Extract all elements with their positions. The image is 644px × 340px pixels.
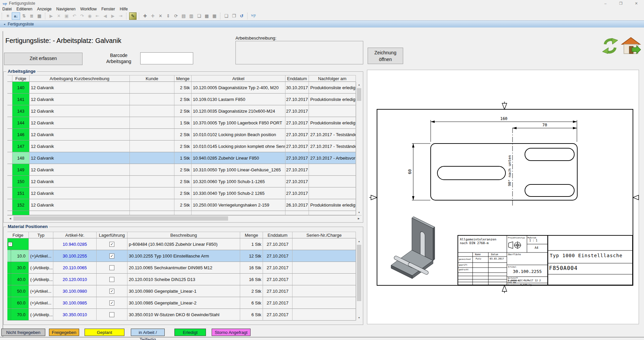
table-row[interactable]: 146 12 Galvanik 2 Stk 10.010.0102 Lockin…	[7, 129, 356, 140]
lagerfuehrung-checkbox[interactable]	[109, 277, 114, 282]
table-row[interactable]: − 10.940.0285 ✓ p-608484 (10.940.0285 Zu…	[7, 238, 356, 250]
last-record-icon[interactable]: ⇥	[117, 13, 124, 19]
legend-item[interactable]: Freigegeben	[49, 329, 79, 336]
prev-record-icon[interactable]: ◀	[101, 13, 109, 19]
table-row[interactable]: 30.0 (-)Artikelp... 20.110.0065 20.110.0…	[7, 262, 356, 274]
export-icon[interactable]: ▩	[203, 13, 211, 19]
undo-blue-icon[interactable]: ↺	[238, 13, 246, 19]
legend-item[interactable]: in Arbeit / Teilfertig	[131, 329, 165, 336]
scrollbar-thumb[interactable]	[357, 245, 361, 301]
lagerfuehrung-checkbox[interactable]: ✓	[109, 242, 114, 247]
scroll-right-arrow[interactable]: ▶	[356, 216, 362, 221]
sort-items-icon[interactable]: ⇅	[20, 13, 28, 19]
close-button[interactable]: ✕	[629, 0, 644, 7]
tree-collapse-icon[interactable]: −	[8, 242, 12, 246]
zeichnung-oeffnen-button[interactable]: Zeichnung öffnen	[368, 48, 403, 64]
column-header-serien-nr[interactable]: Serien-Nr./Charge	[292, 232, 356, 238]
column-header-typ[interactable]: Typ	[29, 232, 53, 238]
table-view-icon[interactable]: ▦	[36, 13, 43, 19]
table-row[interactable]: 144 12 Galvanik 1 Stk 10.370.0005 Typ 10…	[7, 117, 356, 129]
menu-item[interactable]: Workflow	[78, 7, 99, 11]
legend-item[interactable]: Storno Angefragt	[212, 329, 251, 336]
zeit-erfassen-button[interactable]: Zeit erfassen	[4, 53, 83, 65]
table-row[interactable]: 149 12 Galvanik 2 Stk 10.310.0050 Typ 10…	[7, 164, 356, 176]
table-row[interactable]: 141 12 Galvanik 2 Stk 10.109.0130 Lastar…	[7, 94, 356, 105]
window-new-icon[interactable]: ❐	[230, 13, 238, 19]
table-row[interactable]: 40.0 (-)Artikelp... 20.120.0010 20.120.0…	[7, 274, 356, 285]
lagerfuehrung-checkbox[interactable]	[109, 312, 114, 317]
tab-fertigungsliste[interactable]: Fertigungsliste	[8, 22, 34, 26]
column-header-lagerfuehrung[interactable]: Lagerführung	[97, 232, 127, 238]
move-record-icon[interactable]: ⇕	[164, 13, 172, 19]
minimize-button[interactable]: –	[598, 0, 613, 7]
home-exit-icon[interactable]	[621, 36, 641, 56]
group-list-icon[interactable]: ≣	[28, 13, 36, 19]
run-icon[interactable]: ▶	[47, 13, 55, 19]
column-header-kunde[interactable]: Kunde	[130, 75, 174, 82]
column-header-menge[interactable]: Menge	[240, 232, 263, 238]
tab-back-button[interactable]: ◂	[2, 22, 6, 26]
delete-record-icon[interactable]: ✕	[157, 13, 164, 19]
column-header-kurzbeschreibung[interactable]: Arbeitsgang Kurzbeschreibung	[30, 75, 130, 82]
cancel-run-icon[interactable]: ✕	[55, 13, 63, 19]
table-row[interactable]: 10.0 (+)Artikel... 30.100.2255 ✓ 30.100.…	[7, 250, 356, 262]
first-record-icon[interactable]: ⇤	[94, 13, 101, 19]
table-row[interactable]: 148 12 Galvanik 1 Stk 10.940.0285 Zubehö…	[7, 152, 356, 164]
column-header-folge[interactable]: Folge	[7, 232, 29, 238]
edit-clipboard-icon[interactable]: ✎	[129, 12, 137, 20]
print-icon[interactable]: ▥	[187, 13, 195, 19]
column-header-menge[interactable]: Menge	[174, 75, 192, 82]
scrollbar-thumb[interactable]	[13, 216, 228, 221]
table-row[interactable]: 152 12 Galvanik 2 Stk 10.250.0030 Verrie…	[7, 199, 356, 211]
menu-item[interactable]: Anzeige	[35, 7, 54, 11]
column-header-enddatum[interactable]: Enddatum	[285, 75, 309, 82]
table-row[interactable]: 60.0 (+)Artikel... 30.100.0985 ✓ 30.100.…	[7, 297, 356, 309]
menu-item[interactable]: Hilfe	[117, 7, 130, 11]
table-row[interactable]: 150 12 Galvanik 2 Stk 10.320.0060 Typ 10…	[7, 176, 356, 187]
lagerfuehrung-checkbox[interactable]: ✓	[109, 289, 114, 294]
process-icon[interactable]: ✳	[4, 13, 12, 19]
scrollbar-thumb[interactable]	[357, 88, 361, 101]
grid-icon[interactable]: ▦	[211, 13, 218, 19]
menu-item[interactable]: Datei	[0, 7, 14, 11]
lagerfuehrung-checkbox[interactable]	[109, 265, 114, 270]
lagerfuehrung-checkbox[interactable]: ✓	[109, 300, 114, 305]
scroll-down-arrow[interactable]: ▼	[356, 315, 362, 321]
refresh-icon[interactable]	[600, 36, 620, 56]
scroll-down-arrow[interactable]: ▼	[356, 210, 362, 215]
maximize-button[interactable]: ❐	[613, 0, 629, 7]
next-record-icon[interactable]: ▶	[109, 13, 117, 19]
save-icon[interactable]: ▣	[63, 13, 70, 19]
legend-item[interactable]: Geplant	[85, 329, 124, 336]
menu-item[interactable]: Fenster	[99, 7, 117, 11]
table-row[interactable]: 147 12 Galvanik 2 Stk 10.010.0145 Lockin…	[7, 140, 356, 152]
scroll-up-arrow[interactable]: ▲	[356, 82, 362, 88]
print-preview-icon[interactable]: ❏	[195, 13, 203, 19]
menu-item[interactable]: Editieren	[14, 7, 35, 11]
table-row[interactable]: 70.0 (-)Artikelp... 30.350.0010 30.350.0…	[7, 309, 356, 321]
column-header-folge[interactable]: Folge	[12, 75, 30, 82]
table-row[interactable]: 143 12 Galvanik 2 Stk 10.120.0035 Diagon…	[7, 105, 356, 117]
add-record-icon[interactable]: ✚	[141, 13, 149, 19]
properties-icon[interactable]: ▤	[180, 13, 187, 19]
column-header-artikel[interactable]: Artikel	[192, 75, 285, 82]
refresh-icon[interactable]: ⟳	[172, 13, 180, 19]
arbeitsbeschreibung-textarea[interactable]	[235, 41, 363, 64]
legend-item[interactable]: Nicht freigegeben	[1, 329, 45, 336]
table-row[interactable]: 140 12 Galvanik 2 Stk 10.120.0005 Diagon…	[7, 82, 356, 94]
menu-item[interactable]: Navigieren	[54, 7, 78, 11]
column-header-beschreibung[interactable]: Beschreibung	[127, 232, 240, 238]
table-row[interactable]: 50.0 (+)Artikel... 30.100.0980 ✓ 30.100.…	[7, 285, 356, 297]
arbeitsgaenge-horizontal-scrollbar[interactable]: ◀ ▶	[7, 215, 362, 221]
sort-az-icon[interactable]: a↓	[12, 12, 20, 20]
undo-icon[interactable]: ↶	[70, 13, 78, 19]
redo-icon[interactable]: ↷	[78, 13, 86, 19]
lagerfuehrung-checkbox[interactable]: ✓	[109, 253, 114, 259]
add-detail-icon[interactable]: ✛	[149, 13, 157, 19]
barcode-input[interactable]	[140, 52, 193, 64]
window-cascade-icon[interactable]: ❏	[222, 13, 230, 19]
column-header-nachfolger[interactable]: Nachfolger am	[309, 75, 356, 82]
scroll-left-arrow[interactable]: ◀	[7, 216, 13, 221]
scroll-up-arrow[interactable]: ▲	[356, 238, 362, 244]
search-icon[interactable]: ◉	[86, 13, 94, 19]
